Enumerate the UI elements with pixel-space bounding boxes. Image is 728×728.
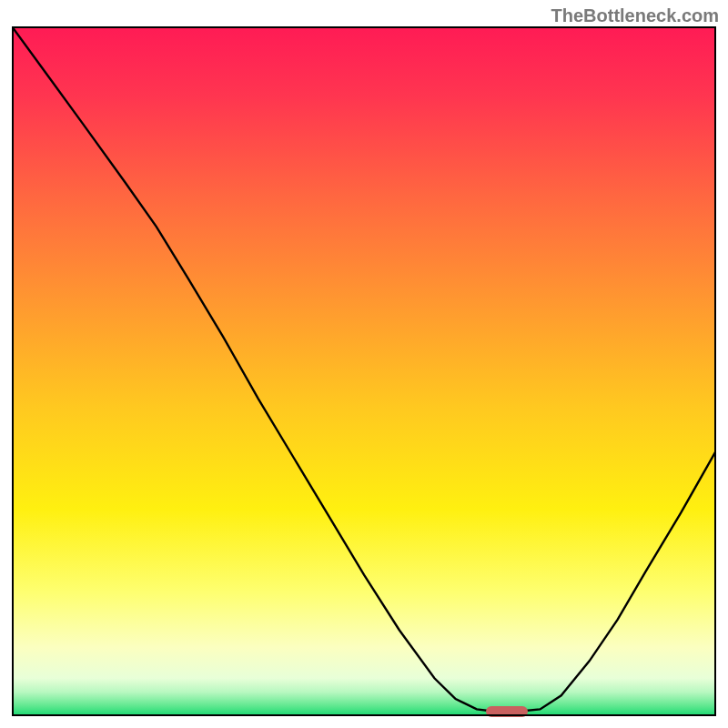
plot-area (12, 26, 716, 716)
optimal-marker (486, 706, 528, 717)
watermark-text: TheBottleneck.com (551, 5, 719, 26)
bottleneck-curve (12, 26, 716, 716)
chart-container: TheBottleneck.com (0, 0, 728, 728)
